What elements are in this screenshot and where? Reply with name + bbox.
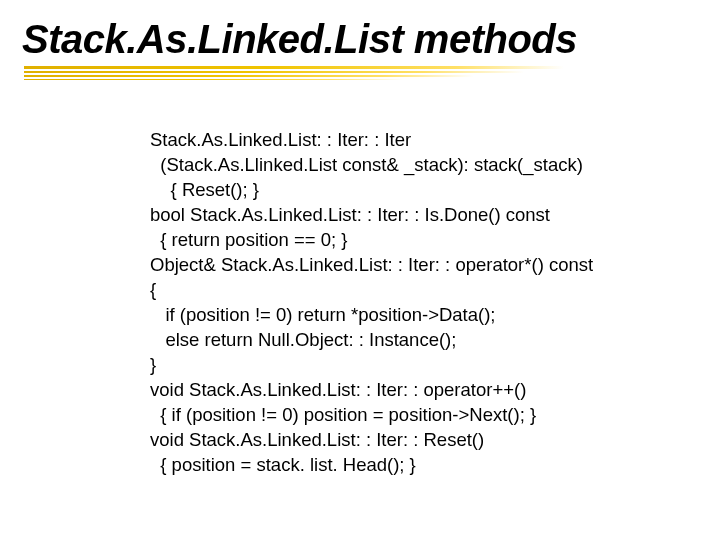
code-line: { [150, 278, 680, 303]
slide-title: Stack.As.Linked.List methods [22, 18, 698, 60]
underline-line [24, 71, 524, 73]
code-line: void Stack.As.Linked.List: : Iter: : ope… [150, 378, 680, 403]
title-block: Stack.As.Linked.List methods [22, 18, 698, 82]
underline-line [24, 79, 404, 80]
code-line: (Stack.As.Llinked.List const& _stack): s… [150, 153, 680, 178]
code-line: } [150, 353, 680, 378]
code-line: bool Stack.As.Linked.List: : Iter: : Is.… [150, 203, 680, 228]
title-underline [24, 66, 564, 80]
code-line: if (position != 0) return *position->Dat… [150, 303, 680, 328]
code-line: { Reset(); } [150, 178, 680, 203]
code-line: { if (position != 0) position = position… [150, 403, 680, 428]
underline-line [24, 75, 474, 77]
underline-line [24, 66, 564, 69]
code-line: else return Null.Object: : Instance(); [150, 328, 680, 353]
code-line: { return position == 0; } [150, 228, 680, 253]
slide: Stack.As.Linked.List methods Stack.As.Li… [0, 0, 720, 540]
code-line: Stack.As.Linked.List: : Iter: : Iter [150, 128, 680, 153]
code-line: Object& Stack.As.Linked.List: : Iter: : … [150, 253, 680, 278]
code-block: Stack.As.Linked.List: : Iter: : Iter (St… [150, 128, 680, 478]
code-line: void Stack.As.Linked.List: : Iter: : Res… [150, 428, 680, 453]
code-line: { position = stack. list. Head(); } [150, 453, 680, 478]
